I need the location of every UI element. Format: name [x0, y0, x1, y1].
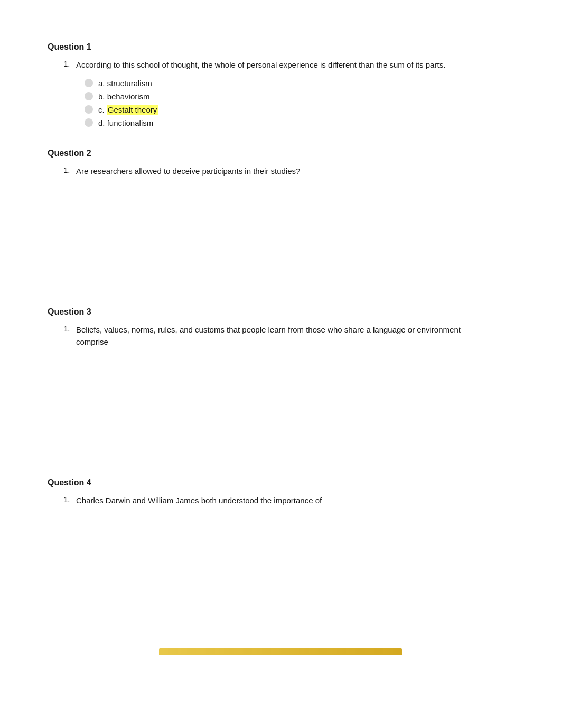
question-2-title: Question 2	[48, 149, 513, 158]
question-3-block: Question 3 1. Beliefs, values, norms, ru…	[48, 307, 513, 457]
option-b[interactable]: b. behaviorism	[85, 92, 513, 101]
question-3-number: 1.	[63, 324, 76, 333]
option-c[interactable]: c. Gestalt theory	[85, 105, 513, 114]
question-4-block: Question 4 1. Charles Darwin and William…	[48, 478, 513, 616]
option-d[interactable]: d. functionalism	[85, 118, 513, 127]
question-4-number: 1.	[63, 495, 76, 504]
question-4-title: Question 4	[48, 478, 513, 487]
question-3-answer-space	[48, 351, 513, 457]
question-1-number: 1.	[63, 59, 76, 68]
question-1-block: Question 1 1. According to this school o…	[48, 42, 513, 127]
question-2-text: Are researchers allowed to deceive parti…	[76, 165, 300, 178]
option-a[interactable]: a. structuralism	[85, 79, 513, 88]
option-a-text: a. structuralism	[98, 79, 152, 88]
gestalt-highlight: Gestalt theory	[107, 105, 158, 115]
question-1-text: According to this school of thought, the…	[76, 59, 445, 71]
question-1-title: Question 1	[48, 42, 513, 52]
radio-c[interactable]	[85, 105, 93, 114]
question-1-item: 1. According to this school of thought, …	[48, 59, 513, 71]
option-c-text: c. Gestalt theory	[98, 105, 158, 114]
question-2-block: Question 2 1. Are researchers allowed to…	[48, 149, 513, 287]
question-3-item: 1. Beliefs, values, norms, rules, and cu…	[48, 324, 513, 348]
question-4-text: Charles Darwin and William James both un…	[76, 495, 322, 507]
question-2-item: 1. Are researchers allowed to deceive pa…	[48, 165, 513, 178]
radio-d[interactable]	[85, 118, 93, 127]
question-3-text: Beliefs, values, norms, rules, and custo…	[76, 324, 478, 348]
radio-a[interactable]	[85, 79, 93, 87]
question-3-title: Question 3	[48, 307, 513, 317]
question-2-number: 1.	[63, 165, 76, 174]
option-b-text: b. behaviorism	[98, 92, 150, 101]
bottom-bar	[159, 648, 402, 655]
option-d-text: d. functionalism	[98, 118, 153, 127]
question-4-answer-space	[48, 510, 513, 616]
question-1-options: a. structuralism b. behaviorism c. Gesta…	[85, 79, 513, 127]
question-4-item: 1. Charles Darwin and William James both…	[48, 495, 513, 507]
radio-b[interactable]	[85, 92, 93, 100]
question-2-answer-space	[48, 180, 513, 286]
